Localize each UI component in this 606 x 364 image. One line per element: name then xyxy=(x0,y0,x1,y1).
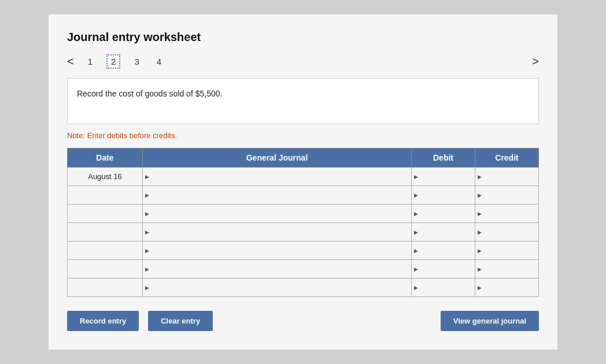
date-cell-0: August 16 xyxy=(68,168,143,186)
journal-input-1[interactable] xyxy=(143,186,411,204)
credit-cell-5[interactable] xyxy=(475,260,539,278)
clear-entry-button[interactable]: Clear entry xyxy=(148,311,213,331)
date-cell-6 xyxy=(68,278,143,297)
journal-cell-0[interactable] xyxy=(143,168,412,186)
description-text: Record the cost of goods sold of $5,500. xyxy=(77,89,222,98)
page-1[interactable]: 1 xyxy=(84,55,96,68)
date-cell-2 xyxy=(68,205,143,223)
date-cell-1 xyxy=(68,186,143,205)
actions-left: Record entry Clear entry xyxy=(67,311,213,331)
page-3[interactable]: 3 xyxy=(131,55,142,68)
debit-input-1[interactable] xyxy=(412,186,475,204)
pagination: < 1 2 3 4 > xyxy=(67,54,539,69)
credit-input-4[interactable] xyxy=(475,242,538,259)
page-title: Journal entry worksheet xyxy=(67,31,539,44)
debit-input-0[interactable] xyxy=(412,168,475,185)
journal-cell-5[interactable] xyxy=(143,260,412,278)
debit-cell-6[interactable] xyxy=(412,278,475,297)
action-bar: Record entry Clear entry View general jo… xyxy=(67,311,539,331)
page-2[interactable]: 2 xyxy=(106,54,120,69)
table-row xyxy=(68,205,539,223)
header-journal: General Journal xyxy=(143,148,412,168)
table-row xyxy=(68,278,539,297)
date-cell-3 xyxy=(68,223,143,242)
debit-input-2[interactable] xyxy=(412,205,475,222)
journal-entry-worksheet: Journal entry worksheet < 1 2 3 4 > Reco… xyxy=(49,14,557,350)
journal-cell-6[interactable] xyxy=(143,278,412,297)
journal-table: Date General Journal Debit Credit August… xyxy=(67,148,539,297)
journal-input-5[interactable] xyxy=(143,260,411,278)
credit-cell-6[interactable] xyxy=(475,278,539,297)
debit-input-5[interactable] xyxy=(412,260,475,278)
table-row: August 16 xyxy=(68,168,539,186)
debit-input-6[interactable] xyxy=(412,278,475,296)
debit-cell-1[interactable] xyxy=(412,186,475,205)
description-box: Record the cost of goods sold of $5,500. xyxy=(67,78,539,124)
journal-input-0[interactable] xyxy=(143,168,411,185)
credit-input-3[interactable] xyxy=(475,223,538,241)
table-row xyxy=(68,260,539,278)
header-debit: Debit xyxy=(412,148,475,168)
debit-cell-5[interactable] xyxy=(412,260,475,278)
debit-cell-3[interactable] xyxy=(412,223,475,242)
header-credit: Credit xyxy=(475,148,539,168)
credit-input-6[interactable] xyxy=(475,278,538,296)
credit-input-5[interactable] xyxy=(475,260,538,278)
note-text: Note: Enter debits before credits. xyxy=(67,131,539,140)
debit-cell-4[interactable] xyxy=(412,242,475,260)
prev-arrow[interactable]: < xyxy=(67,55,74,68)
credit-cell-4[interactable] xyxy=(475,242,539,260)
journal-cell-2[interactable] xyxy=(143,205,412,223)
journal-cell-4[interactable] xyxy=(143,242,412,260)
next-arrow[interactable]: > xyxy=(532,55,539,68)
record-entry-button[interactable]: Record entry xyxy=(67,311,139,331)
credit-input-0[interactable] xyxy=(475,168,538,185)
table-row xyxy=(68,242,539,260)
journal-input-6[interactable] xyxy=(143,278,411,296)
credit-cell-0[interactable] xyxy=(475,168,539,186)
date-cell-5 xyxy=(68,260,143,278)
table-row xyxy=(68,186,539,205)
credit-cell-1[interactable] xyxy=(475,186,539,205)
credit-input-1[interactable] xyxy=(475,186,538,204)
journal-cell-3[interactable] xyxy=(143,223,412,242)
page-4[interactable]: 4 xyxy=(153,55,165,68)
table-row xyxy=(68,223,539,242)
date-cell-4 xyxy=(68,242,143,260)
credit-cell-2[interactable] xyxy=(475,205,539,223)
credit-cell-3[interactable] xyxy=(475,223,539,242)
debit-cell-2[interactable] xyxy=(412,205,475,223)
journal-input-4[interactable] xyxy=(143,242,411,259)
credit-input-2[interactable] xyxy=(475,205,538,222)
journal-cell-1[interactable] xyxy=(143,186,412,205)
debit-cell-0[interactable] xyxy=(412,168,475,186)
header-date: Date xyxy=(68,148,143,168)
debit-input-4[interactable] xyxy=(412,242,475,259)
journal-input-2[interactable] xyxy=(143,205,411,222)
journal-input-3[interactable] xyxy=(143,223,411,241)
debit-input-3[interactable] xyxy=(412,223,475,241)
view-general-journal-button[interactable]: View general journal xyxy=(441,311,539,331)
